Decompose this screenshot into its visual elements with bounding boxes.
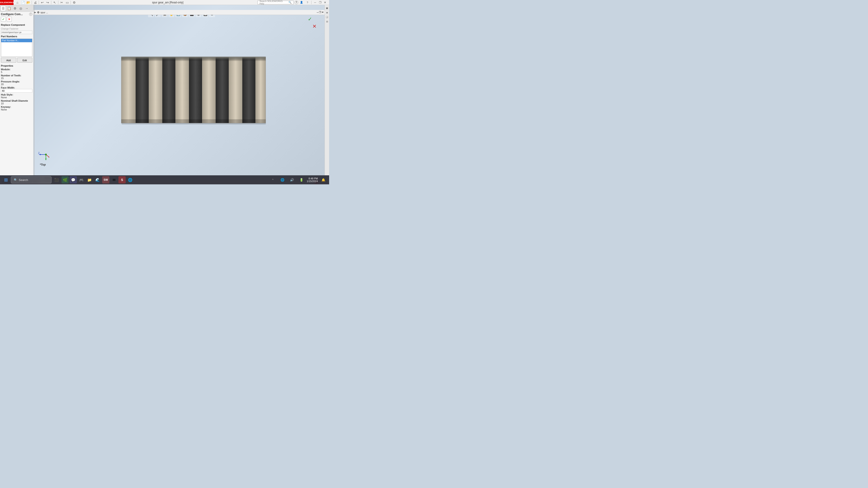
right-icon-2[interactable]: ◈ <box>325 10 329 14</box>
svg-rect-6 <box>162 57 176 123</box>
ok-btn[interactable]: ✓ <box>1 17 6 22</box>
config-manager-tab[interactable]: ⚙ <box>12 6 18 11</box>
rectangle-icon[interactable]: ▭ <box>65 0 70 5</box>
system-tray-expand[interactable]: ^ <box>269 176 277 184</box>
taskbar-edge-app[interactable]: 🌊 <box>94 176 101 184</box>
open-file-icon[interactable]: 📂 <box>26 0 31 5</box>
panel-title-row: Configure Com... ? <box>1 13 32 16</box>
num-teeth-label: Number of Teeth: <box>1 74 32 77</box>
taskbar-search[interactable]: 🔍 Search <box>11 176 52 184</box>
window-controls: ─ ❐ ✕ <box>313 0 327 4</box>
add-edit-row: Add Edit <box>1 58 32 63</box>
hub-style-row: Hub Style: None <box>1 93 32 99</box>
hub-style-label: Hub Style: <box>1 93 32 96</box>
time-display: 8:48 PM <box>307 177 318 180</box>
window-title: spur gear_am [Read-only] <box>78 1 257 4</box>
undo-icon[interactable]: ↩ <box>40 0 45 5</box>
title-right: Search SOLIDWORKS Help 🔍 ? 👤 ? ─ ❐ ✕ <box>257 0 329 5</box>
inner-close-btn[interactable]: ✕ <box>322 11 324 14</box>
svg-rect-10 <box>216 57 229 123</box>
edit-btn[interactable]: Edit <box>17 58 33 63</box>
feature-tree-tab[interactable]: ☰ <box>0 6 6 11</box>
taskbar-mail-app[interactable]: ✉ <box>110 176 118 184</box>
inner-minimize-btn[interactable]: ─ <box>317 11 318 14</box>
redo-icon[interactable]: ↪ <box>45 0 50 5</box>
taskbar-clock[interactable]: 8:48 PM 1/15/2024 <box>307 177 318 183</box>
svg-rect-3 <box>121 57 135 123</box>
restore-btn[interactable]: ❐ <box>318 0 322 4</box>
keyway-value: None <box>1 108 32 111</box>
settings-icon[interactable]: ⚙ <box>72 0 76 5</box>
taskbar-file-app[interactable]: 📁 <box>86 176 93 184</box>
right-icon-3[interactable]: ❏ <box>325 15 329 19</box>
nominal-shaft-row: Nominal Shaft Diamete 10 <box>1 99 32 105</box>
home-icon[interactable]: ⌂ <box>15 0 20 5</box>
left-panel: ☰ 📋 ⚙ ◎ → Configure Com... ? ✓ ✕ Replace… <box>0 5 33 175</box>
target-tab[interactable]: ◎ <box>18 6 24 11</box>
date-display: 1/15/2024 <box>307 180 318 183</box>
taskbar-sw2-app[interactable]: S <box>119 176 126 184</box>
sw-logo: SOLIDWORKS <box>0 0 13 5</box>
panel-help-btn[interactable]: ? <box>29 13 32 16</box>
breadcrumb-label: spur ... <box>40 11 48 14</box>
keyway-label: Keyway: <box>1 105 32 108</box>
cancel-btn[interactable]: ✕ <box>7 17 12 22</box>
panel-tabs: ☰ 📋 ⚙ ◎ → <box>0 5 33 12</box>
cut-icon[interactable]: ✂ <box>59 0 64 5</box>
ok-cancel-row: ✓ ✕ <box>1 17 32 22</box>
path-input[interactable]: mission\gears\spur ge <box>1 31 32 34</box>
user-icon[interactable]: 👤 <box>299 0 304 5</box>
part-numbers-section: Part Numbers Part Number H... Add Edit <box>1 35 32 63</box>
pressure-angle-label: Pressure Angle: <box>1 80 32 83</box>
taskbar-nature-app[interactable]: 🌿 <box>61 176 69 184</box>
taskbar-right: ^ 🌐 🔊 🔋 8:48 PM 1/15/2024 🔔 <box>269 176 327 184</box>
main-viewport[interactable]: Z *Top ✓ ✕ <box>33 5 324 175</box>
part-numbers-label: Part Numbers <box>1 35 32 38</box>
battery-icon[interactable]: 🔋 <box>297 176 305 184</box>
panel-splitter[interactable] <box>33 5 35 175</box>
part-number-item[interactable]: Part Number H... <box>1 39 32 42</box>
new-file-icon[interactable]: 📄 <box>20 0 25 5</box>
svg-rect-9 <box>202 57 216 123</box>
part-number-list[interactable]: Part Number H... <box>1 39 32 57</box>
right-panel: ▣ ◈ ❏ ⊟ <box>324 5 329 175</box>
nav-arrow-tab[interactable]: → <box>24 6 29 11</box>
taskbar-chrome-app[interactable]: 🌐 <box>127 176 134 184</box>
pressure-angle-value: 20 <box>1 83 32 86</box>
notification-btn[interactable]: 🔔 <box>319 176 327 184</box>
question-icon[interactable]: ? <box>305 0 310 5</box>
svg-rect-24 <box>121 57 266 61</box>
panel-title-text: Configure Com... <box>1 13 23 16</box>
title-bar: SOLIDWORKS ⌂ 📄 📂 🖨 ↩ ↪ ↖ ✂ ▭ ⚙ spur gear… <box>0 0 329 5</box>
viewport-cancel-btn[interactable]: ✕ <box>311 23 318 30</box>
face-width-input[interactable]: 40 <box>1 89 32 93</box>
help-search-box[interactable]: Search SOLIDWORKS Help 🔍 <box>257 1 293 4</box>
right-icon-1[interactable]: ▣ <box>325 6 329 10</box>
num-teeth-row: Number of Teeth: 15 <box>1 74 32 79</box>
pressure-angle-row: Pressure Angle: 20 <box>1 80 32 86</box>
globe-icon[interactable]: 🌐 <box>278 176 286 184</box>
property-manager-tab[interactable]: 📋 <box>6 6 12 11</box>
task-view-btn[interactable]: ⬛ <box>53 176 61 184</box>
svg-marker-31 <box>45 159 46 160</box>
coord-indicator: Z <box>38 148 52 162</box>
add-btn[interactable]: Add <box>1 58 16 63</box>
speaker-icon[interactable]: 🔊 <box>288 176 296 184</box>
minimize-btn[interactable]: ─ <box>313 0 317 4</box>
inner-restore-btn[interactable]: ❐ <box>319 11 321 14</box>
hub-style-value: None <box>1 96 32 99</box>
print-icon[interactable]: 🖨 <box>33 0 38 5</box>
start-btn[interactable]: ⊞ <box>2 176 10 184</box>
svg-rect-7 <box>176 57 189 123</box>
taskbar-game-app[interactable]: 🎮 <box>78 176 85 184</box>
cursor-icon[interactable]: ↖ <box>52 0 57 5</box>
windows-taskbar: ⊞ 🔍 Search ⬛ 🌿 💬 🎮 📁 🌊 SW ✉ S 🌐 ^ 🌐 🔊 🔋 … <box>0 175 329 184</box>
num-teeth-value: 15 <box>1 77 32 79</box>
right-icon-4[interactable]: ⊟ <box>325 20 329 24</box>
help-icon[interactable]: ? <box>294 1 298 4</box>
svg-rect-11 <box>229 57 242 123</box>
gear-svg <box>121 55 266 125</box>
taskbar-voice-app[interactable]: 💬 <box>70 176 77 184</box>
close-btn[interactable]: ✕ <box>323 0 327 4</box>
taskbar-solidworks-app[interactable]: SW <box>102 176 110 184</box>
